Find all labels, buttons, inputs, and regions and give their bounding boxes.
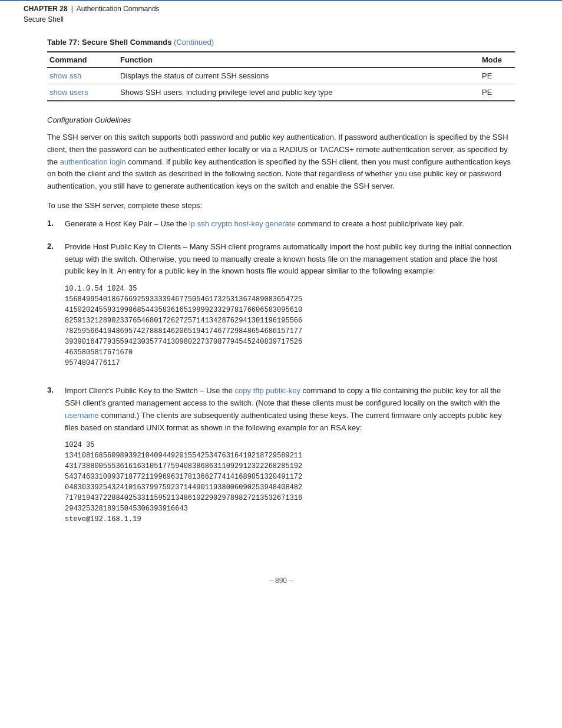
code-block-step-2: 10.1.0.54 1024 3515684995401867669259333…	[65, 284, 515, 368]
header-sub-section: Secure Shell	[0, 15, 562, 26]
table-header-row: Command Function Mode	[47, 52, 515, 68]
table-title: Table 77: Secure Shell Commands (Continu…	[47, 38, 515, 47]
username-link[interactable]: username	[65, 411, 99, 420]
step-1-body: Generate a Host Key Pair – Use the ip ss…	[65, 218, 515, 230]
command-link-show-users[interactable]: show users	[49, 88, 88, 97]
step-1-num: 1.	[47, 218, 59, 228]
step-2: 2. Provide Host Public Key to Clients – …	[47, 241, 515, 374]
page-footer: – 890 –	[0, 565, 562, 591]
command-link-show-ssh[interactable]: show ssh	[49, 71, 81, 80]
ip-ssh-crypto-link[interactable]: ip ssh crypto host-key generate	[189, 219, 296, 228]
table-continued-label: (Continued)	[174, 38, 214, 47]
table-cell-mode: PE	[480, 84, 515, 101]
table-cell-command: show users	[47, 84, 118, 101]
steps-list: 1. Generate a Host Key Pair – Use the ip…	[47, 218, 515, 531]
step-3-num: 3.	[47, 385, 59, 394]
step-2-body: Provide Host Public Key to Clients – Man…	[65, 241, 515, 374]
table-cell-mode: PE	[480, 68, 515, 84]
main-content: Table 77: Secure Shell Commands (Continu…	[0, 26, 562, 565]
table-cell-function: Shows SSH users, including privilege lev…	[118, 84, 480, 101]
steps-intro: To use the SSH server, complete these st…	[47, 201, 515, 210]
auth-login-link[interactable]: authentication login	[60, 157, 126, 166]
col-header-function: Function	[118, 52, 480, 68]
command-table: Command Function Mode show sshDisplays t…	[47, 51, 515, 101]
code-block-step-3: 1024 35134108168560989392104094492015542…	[65, 440, 515, 525]
copy-tftp-link[interactable]: copy tftp public-key	[235, 386, 300, 395]
header-auth-commands: Authentication Commands	[77, 5, 160, 13]
col-header-command: Command	[47, 52, 118, 68]
page-header: Chapter 28 | Authentication Commands	[0, 0, 562, 15]
table-row: show sshDisplays the status of current S…	[47, 68, 515, 84]
config-guidelines-heading: Configuration Guidelines	[47, 116, 515, 124]
chapter-label: Chapter 28	[24, 5, 68, 13]
header-separator: |	[71, 5, 73, 13]
step-1: 1. Generate a Host Key Pair – Use the ip…	[47, 218, 515, 230]
table-cell-command: show ssh	[47, 68, 118, 84]
table-row: show usersShows SSH users, including pri…	[47, 84, 515, 101]
step-3-body: Import Client's Public Key to the Switch…	[65, 385, 515, 531]
intro-paragraph: The SSH server on this switch supports b…	[47, 131, 515, 193]
col-header-mode: Mode	[480, 52, 515, 68]
page-number: – 890 –	[269, 577, 293, 585]
step-3: 3. Import Client's Public Key to the Swi…	[47, 385, 515, 531]
step-2-num: 2.	[47, 241, 59, 251]
table-number-label: Table 77: Secure Shell Commands	[47, 38, 171, 47]
table-cell-function: Displays the status of current SSH sessi…	[118, 68, 480, 84]
